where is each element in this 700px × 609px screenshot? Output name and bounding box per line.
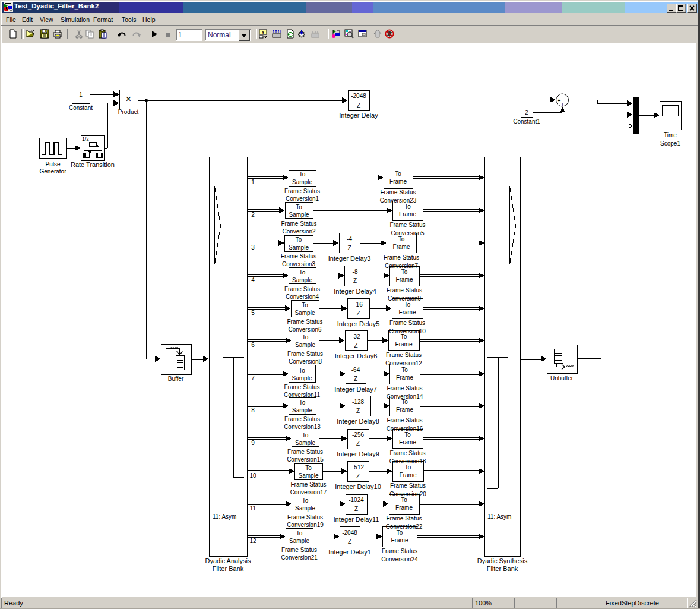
svg-text:Filter Bank: Filter Bank — [487, 565, 518, 572]
svg-text:Conversion2: Conversion2 — [282, 228, 316, 235]
svg-text:Rate Transition: Rate Transition — [71, 161, 115, 168]
svg-text:7: 7 — [251, 375, 255, 381]
svg-text:Sample: Sample — [295, 440, 315, 446]
svg-text:9: 9 — [251, 440, 255, 446]
svg-text:3: 3 — [251, 244, 255, 251]
svg-text:Frame Status: Frame Status — [287, 514, 323, 520]
svg-text:Conversion20: Conversion20 — [389, 491, 426, 497]
svg-text:4: 4 — [251, 277, 255, 283]
svg-text:To: To — [398, 236, 405, 242]
svg-text:1: 1 — [251, 179, 255, 185]
svg-text:Sample: Sample — [292, 277, 312, 283]
svg-text:Buffer: Buffer — [168, 376, 184, 382]
svg-text:Frame Status: Frame Status — [386, 515, 422, 522]
svg-text:Conversion11: Conversion11 — [284, 392, 320, 398]
svg-text:To: To — [302, 302, 308, 308]
svg-text:Frame: Frame — [400, 472, 417, 478]
svg-text:Frame: Frame — [395, 341, 413, 348]
svg-text:Integer Delay5: Integer Delay5 — [337, 320, 380, 327]
svg-text:Integer Delay1: Integer Delay1 — [328, 548, 371, 556]
svg-text:To: To — [299, 367, 305, 374]
svg-text:Dyadic Synthesis: Dyadic Synthesis — [477, 557, 528, 564]
svg-text:Frame: Frame — [399, 211, 416, 217]
svg-text:To: To — [404, 203, 411, 210]
svg-text:Conversion4: Conversion4 — [286, 294, 319, 300]
svg-text:Frame: Frame — [396, 374, 413, 381]
svg-text:To: To — [401, 269, 408, 275]
svg-text:Conversion8: Conversion8 — [289, 358, 322, 365]
svg-text:-8: -8 — [353, 269, 358, 275]
svg-text:Sample: Sample — [292, 407, 312, 414]
svg-text:-128: -128 — [352, 399, 364, 405]
svg-text:To: To — [299, 399, 306, 406]
svg-text:Frame Status: Frame Status — [287, 351, 323, 357]
svg-text:Frame: Frame — [399, 309, 416, 315]
svg-text:To: To — [395, 171, 401, 177]
svg-text:Sample: Sample — [289, 244, 309, 251]
svg-text:Frame: Frame — [389, 178, 407, 185]
svg-text:Conversion5: Conversion5 — [391, 230, 425, 236]
svg-text:To: To — [296, 530, 303, 537]
svg-text:Z: Z — [354, 376, 357, 382]
svg-text:Product: Product — [118, 109, 139, 115]
svg-text:Frame Status: Frame Status — [287, 318, 322, 325]
svg-text:Frame Status: Frame Status — [386, 352, 422, 358]
svg-text:Integer Delay10: Integer Delay10 — [335, 483, 381, 490]
svg-text:Conversion21: Conversion21 — [281, 554, 318, 561]
svg-text:Frame: Frame — [399, 439, 416, 446]
svg-text:Frame Status: Frame Status — [284, 384, 319, 390]
svg-text:Conversion10: Conversion10 — [389, 328, 426, 335]
svg-text:Sample: Sample — [295, 505, 315, 512]
svg-text:Conversion13: Conversion13 — [284, 424, 321, 430]
svg-text:To: To — [296, 236, 302, 243]
svg-text:11: Asym: 11: Asym — [213, 513, 236, 520]
svg-text:Integer Delay6: Integer Delay6 — [335, 352, 378, 359]
svg-text:Sample: Sample — [299, 472, 319, 479]
svg-text:Frame Status: Frame Status — [387, 287, 422, 294]
svg-text:To: To — [302, 334, 309, 340]
svg-text:Scope1: Scope1 — [660, 140, 680, 147]
svg-text:×: × — [126, 94, 131, 104]
svg-text:Sample: Sample — [292, 179, 312, 185]
svg-text:To: To — [302, 497, 309, 504]
svg-text:Time: Time — [664, 132, 677, 138]
svg-text:Z: Z — [356, 473, 360, 479]
svg-text:To: To — [404, 431, 411, 438]
svg-text:Z: Z — [347, 245, 351, 251]
svg-text:Frame Status: Frame Status — [284, 416, 320, 422]
svg-text:-256: -256 — [352, 431, 364, 438]
svg-text:Generator: Generator — [39, 168, 66, 175]
svg-text:Conversion1: Conversion1 — [286, 195, 319, 202]
svg-text:Frame: Frame — [391, 537, 408, 544]
svg-text:-512: -512 — [352, 464, 364, 471]
svg-text:-4: -4 — [347, 236, 352, 242]
svg-text:To: To — [305, 465, 312, 471]
svg-text:11: Asym: 11: Asym — [487, 513, 511, 520]
svg-text:-2048: -2048 — [342, 529, 357, 536]
svg-text:Frame Status: Frame Status — [281, 253, 316, 260]
svg-text:Frame Status: Frame Status — [390, 482, 426, 489]
svg-text:Frame Status: Frame Status — [380, 189, 416, 195]
svg-text:Frame Status: Frame Status — [284, 286, 320, 292]
svg-text:Unbuffer: Unbuffer — [550, 375, 574, 381]
svg-text:To: To — [296, 204, 302, 210]
svg-text:Conversion12: Conversion12 — [385, 360, 422, 367]
svg-text:Filter Bank: Filter Bank — [213, 565, 244, 572]
svg-text:6: 6 — [251, 342, 255, 348]
svg-text:8: 8 — [251, 407, 255, 414]
svg-text:-16: -16 — [354, 301, 363, 308]
svg-text:Sample: Sample — [295, 310, 315, 316]
svg-text:Frame: Frame — [396, 276, 413, 283]
svg-text:Integer Delay7: Integer Delay7 — [334, 386, 377, 393]
svg-text:-32: -32 — [351, 333, 360, 340]
svg-text:Frame Status: Frame Status — [281, 220, 316, 227]
svg-text:Frame Status: Frame Status — [389, 450, 425, 456]
svg-text:Integer Delay: Integer Delay — [339, 112, 378, 119]
svg-text:-64: -64 — [351, 367, 360, 373]
svg-text:Frame Status: Frame Status — [389, 222, 425, 228]
svg-text:Sample: Sample — [292, 375, 312, 381]
svg-text:1/z: 1/z — [82, 136, 90, 142]
svg-text:5: 5 — [251, 310, 255, 316]
svg-text:Constant: Constant — [69, 105, 93, 111]
svg-text:To: To — [404, 301, 411, 308]
